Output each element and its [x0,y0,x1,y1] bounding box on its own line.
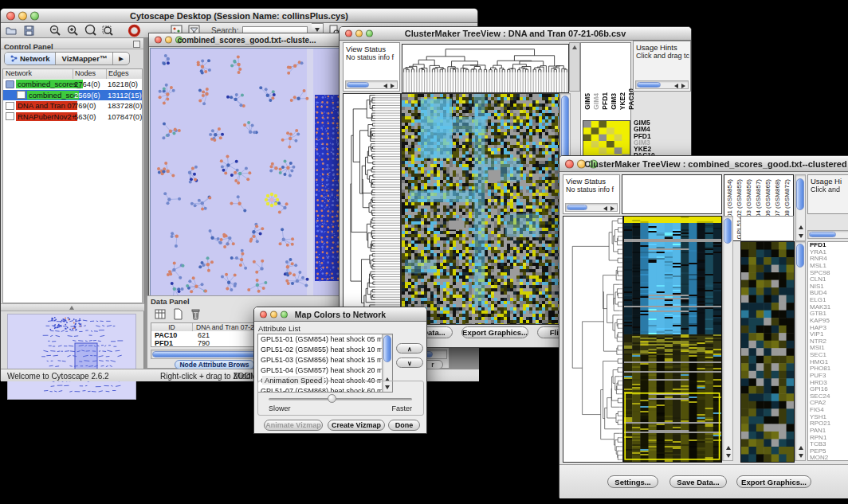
column-label[interactable]: GIM3 [610,93,618,110]
save-data-button[interactable]: Save Data... [669,475,727,488]
scrollbar-thumb[interactable] [796,244,804,268]
done-button[interactable]: Done [388,420,420,431]
tv2-zoom-view[interactable] [740,241,795,463]
network-name: combined_scores_ [16,80,83,88]
usage-hints-text: Click and drag tc [634,52,690,60]
faster-label: Faster [391,404,412,412]
tv2-view-status-panel: View Status No status info f [563,174,620,214]
network-canvas[interactable] [150,48,345,298]
map-colors-dialog: Map Colors to Network Attribute List GPL… [253,307,427,434]
view-status-hscrollbar[interactable] [345,80,398,89]
close-button[interactable] [565,159,574,168]
scrollbar-thumb[interactable] [637,82,661,88]
zoom-fit-icon[interactable] [84,24,97,37]
tv2-gene-list: PFD1YRA1RNR4MSL1SPC98CLN1NIS1BUD4ELG1MAK… [807,241,848,461]
tv2-labels-vscrollbar[interactable] [795,174,806,241]
tv1-col-labels: GIM5GIM4PFD1GIM3YKE2PAC10 [583,45,635,110]
tab-overflow-arrow[interactable]: ▶ [113,53,128,64]
scrollbar-thumb[interactable] [383,335,391,362]
network-table-row[interactable]: DNA and Tran 07 769(0) 183728(0) [3,100,142,111]
slower-label: Slower [269,404,291,412]
tv2-heatmap-vscrollbar[interactable] [722,216,733,461]
animate-vizmap-button[interactable]: Animate Vizmap [264,420,323,431]
tv2-heatmap[interactable] [623,216,722,463]
usage-hints-title: Usage Hints [634,41,690,52]
column-label[interactable]: PAC10 [627,88,635,110]
network-table-row[interactable]: RNAPuberNov2+ 563(0) 107847(0) [3,111,142,123]
attribute-item[interactable]: GPL51-03 (GSM856) heat shock 15 min [258,355,382,365]
control-panel-title: Control Panel [1,42,53,51]
network-file-icon [17,91,26,99]
export-graphics-button[interactable]: Export Graphics... [736,475,811,488]
tv2-column-dendrogram-area[interactable] [622,174,722,214]
view-status-hscrollbar[interactable] [565,203,618,212]
open-file-icon[interactable] [5,24,18,37]
tv1-row-dendrogram[interactable] [343,93,401,325]
column-label[interactable]: YKE2 [618,92,626,110]
tv1-heatmap[interactable] [401,93,559,325]
tv2-zoom-vscrollbar[interactable] [795,241,806,461]
gene-label[interactable]: MON2 [810,455,848,461]
column-label[interactable]: GIM4 [592,93,600,110]
view-status-title: View Status [344,43,399,53]
dialog-titlebar[interactable]: Map Colors to Network [254,307,426,322]
create-vizmap-button[interactable]: Create Vizmap [328,420,385,431]
col-header-nodes[interactable]: Nodes [73,69,107,79]
scrollbar-thumb[interactable] [567,205,587,210]
move-up-button[interactable]: ∧ [396,343,423,354]
col-header-network[interactable]: Network [3,69,73,79]
network-view-titlebar[interactable]: combined_scores_good.txt--cluste... [149,33,344,47]
treeview1-titlebar[interactable]: ClusterMaker TreeView : DNA and Tran 07-… [340,27,691,41]
usage-hints-text: Click and [808,186,848,193]
col-header-id[interactable]: ID [151,323,193,331]
attribute-item[interactable]: GPL51-04 (GSM857) heat shock 20 min [258,365,382,376]
tab-network[interactable]: Network [5,53,56,64]
tv2-row-dendrogram[interactable] [563,216,623,463]
settings-button[interactable]: Settings... [607,475,658,488]
control-panel-tabs: Network VizMapper™ ▶ [4,52,130,65]
network-table-row[interactable]: combined_scores_ 2764(0) 16218(0) [3,79,142,90]
help-lifering-icon[interactable] [128,24,141,37]
scrollbar-thumb[interactable] [724,218,732,244]
float-panel-icon[interactable] [133,41,140,48]
save-icon[interactable] [22,24,36,37]
view-status-title: View Status [563,175,619,186]
scrollbar-thumb[interactable] [347,82,369,88]
network-edges-count: 16218(0) [108,80,138,88]
attribute-item[interactable]: GPL51-01 (GSM854) heat shock 05 min [258,334,382,345]
speed-slider-thumb[interactable] [328,394,336,403]
tv1-column-dendrogram[interactable] [402,44,569,93]
delete-attribute-icon[interactable] [189,307,202,321]
col-header-edges[interactable]: Edges [107,69,142,79]
tv2-zoom-gap [740,216,794,241]
control-panel: Control Panel Network VizMapper™ ▶ Netwo… [1,38,144,369]
move-down-button[interactable]: ∨ [396,357,423,368]
column-label[interactable]: PFD1 [601,92,609,110]
new-attribute-icon[interactable] [171,307,185,321]
tab-vizmapper[interactable]: VizMapper™ [56,53,113,64]
network-file-icon [6,112,14,120]
network-view-window: combined_scores_good.txt--cluste... [148,33,345,297]
animation-speed-label: Animation Speed [262,376,324,385]
panel-divider[interactable] [1,303,144,311]
usage-hints-hscrollbar[interactable] [635,80,689,89]
column-label[interactable]: GIM5 [583,93,591,110]
zoom-selected-icon[interactable] [101,24,115,37]
zoom-out-icon[interactable] [49,24,62,37]
zoom-in-icon[interactable] [66,24,80,37]
treeview2-titlebar[interactable]: ClusterMaker TreeView : combined_scores_… [559,156,848,172]
scrollbar-thumb[interactable] [809,232,836,237]
status-welcome: Welcome to Cytoscape 2.6.2 [7,372,109,381]
main-titlebar[interactable]: Cytoscape Desktop (Session Name: collins… [1,9,477,23]
attribute-item[interactable]: GPL51-02 (GSM855) heat shock 10 min [258,345,382,355]
network-overview-canvas[interactable] [7,314,136,400]
tv1-scroll-strip[interactable] [569,42,580,92]
scrollbar-thumb[interactable] [796,178,804,210]
tv2-usage-hscrollbar[interactable] [807,230,848,239]
network-name: RNAPuberNov2+ [16,112,77,121]
network-edges-count: 183728(0) [108,101,142,110]
network-table-row[interactable]: combined_sco 2569(6) 13112(15) [3,90,142,101]
export-graphics-button[interactable]: Export Graphics... [461,326,528,338]
attribute-select-icon[interactable] [154,307,167,321]
speed-slider-track[interactable] [269,398,412,400]
